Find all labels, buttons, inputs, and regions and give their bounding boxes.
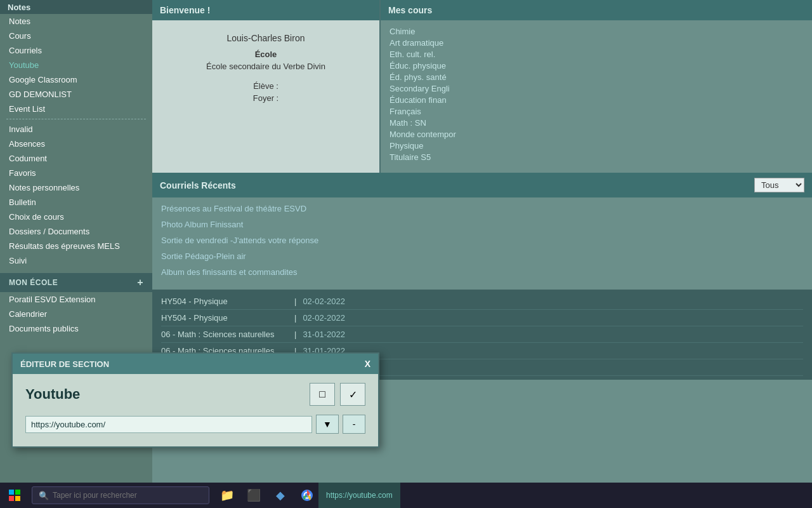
cours-secondary-engli[interactable]: Secondary Engli <box>390 84 803 93</box>
cours-education-finan[interactable]: Éducation finan <box>390 95 803 105</box>
courriel-2[interactable]: Sortie de vendredi -J'attends votre répo… <box>161 236 803 245</box>
editeur-section-modal: ÉDITEUR DE SECTION X Youtube □ ✓ ▼ - <box>11 352 379 448</box>
svg-rect-0 <box>9 490 14 495</box>
sidebar-item-youtube[interactable]: Youtube <box>0 58 152 72</box>
taskbar-vscode-icon[interactable]: ◆ <box>269 483 292 508</box>
cours-educ-physique[interactable]: Éduc. physique <box>390 61 803 70</box>
svg-rect-3 <box>15 496 20 501</box>
table-row: 06 - Math : Sciences naturelles | 31-01-… <box>161 326 803 343</box>
modal-title: ÉDITEUR DE SECTION <box>20 359 109 369</box>
cours-eth-cult[interactable]: Eth. cult. rel. <box>390 50 803 59</box>
cours-monde-contempor[interactable]: Monde contempor <box>390 130 803 139</box>
sidebar-item-dossiers[interactable]: Dossiers / Documents <box>0 224 152 239</box>
sidebar-item-courriels[interactable]: Courriels <box>0 43 152 58</box>
search-icon: 🔍 <box>39 491 49 500</box>
sidebar-item-notes[interactable]: Notes <box>0 14 152 29</box>
courriel-0[interactable]: Présences au Festival de théâtre ESVD <box>161 204 803 213</box>
svg-rect-1 <box>15 490 20 495</box>
courriel-1[interactable]: Photo Album Finissant <box>161 220 803 229</box>
taskbar-search-bar[interactable]: 🔍 <box>32 486 209 504</box>
cours-chimie[interactable]: Chimie <box>390 27 803 36</box>
sidebar-item-favoris[interactable]: Favoris <box>0 166 152 180</box>
sidebar-item-google-classroom[interactable]: Google Classroom <box>0 72 152 87</box>
school-label: École <box>162 50 369 59</box>
start-button[interactable] <box>0 483 29 508</box>
cours-francais[interactable]: Français <box>390 107 803 116</box>
modal-header: ÉDITEUR DE SECTION X <box>13 354 378 374</box>
school-name: École secondaire du Verbe Divin <box>162 62 369 71</box>
courriels-header: Courriels Récents Tous Non lus Lus <box>152 173 812 197</box>
svg-rect-2 <box>9 496 14 501</box>
sidebar-item-calendrier[interactable]: Calendrier <box>0 307 152 321</box>
sidebar-item-bulletin[interactable]: Bulletin <box>0 195 152 210</box>
bienvenue-header: Bienvenue ! <box>152 0 379 20</box>
mon-ecole-add-button[interactable]: + <box>137 277 143 288</box>
eleve-line: Élève : <box>162 81 369 91</box>
modal-dropdown-button[interactable]: ▼ <box>316 415 339 434</box>
sidebar-item-absences[interactable]: Absences <box>0 137 152 151</box>
mes-cours-section: Mes cours Chimie Art dramatique Eth. cul… <box>381 0 812 173</box>
bienvenue-body: Louis-Charles Biron École École secondai… <box>152 20 379 173</box>
courriel-3[interactable]: Sortie Pédago-Plein air <box>161 251 803 261</box>
sidebar-item-codument[interactable]: Codument <box>0 151 152 166</box>
youtube-label: Youtube <box>25 386 304 403</box>
sidebar-item-notes-personnelles[interactable]: Notes personnelles <box>0 180 152 195</box>
modal-close-button[interactable]: X <box>365 359 370 369</box>
foyer-line: Foyer : <box>162 93 369 103</box>
modal-icon1-button[interactable]: □ <box>310 383 335 406</box>
notes-topbar: Notes <box>0 0 152 14</box>
modal-row1: Youtube □ ✓ <box>25 383 365 406</box>
sidebar-item-resultats[interactable]: Résultats des épreuves MELS <box>0 239 152 253</box>
modal-url-input[interactable] <box>25 416 312 433</box>
cours-titulaire[interactable]: Titulaire S5 <box>390 152 803 162</box>
sidebar-item-suivi[interactable]: Suivi <box>0 253 152 268</box>
sidebar-item-choix-cours[interactable]: Choix de cours <box>0 210 152 224</box>
table-row: HY504 - Physique | 02-02-2022 <box>161 310 803 326</box>
mon-ecole-header: MON ÉCOLE + <box>0 273 152 292</box>
courriels-section: Courriels Récents Tous Non lus Lus Prése… <box>152 173 812 290</box>
sidebar-item-documents-publics[interactable]: Documents publics <box>0 321 152 336</box>
taskbar-files-icon[interactable]: 📁 <box>216 483 239 508</box>
top-row: Bienvenue ! Louis-Charles Biron École Éc… <box>152 0 812 173</box>
mes-cours-header: Mes cours <box>381 0 812 20</box>
taskbar-chrome-icon[interactable] <box>296 483 318 508</box>
sidebar-item-cours[interactable]: Cours <box>0 29 152 43</box>
table-row: HY504 - Physique | 02-02-2022 <box>161 293 803 310</box>
courriels-body: Présences au Festival de théâtre ESVD Ph… <box>152 197 812 290</box>
sidebar-item-gd-demonlist[interactable]: GD DEMONLIST <box>0 87 152 102</box>
courriels-filter[interactable]: Tous Non lus Lus <box>754 178 804 192</box>
courriel-4[interactable]: Album des finissants et commandites <box>161 267 803 277</box>
cours-physique[interactable]: Physique <box>390 141 803 150</box>
sidebar-item-invalid[interactable]: Invalid <box>0 122 152 137</box>
taskbar-search-input[interactable] <box>53 491 202 500</box>
cours-ed-phys-sante[interactable]: Éd. phys. santé <box>390 72 803 82</box>
url-hint-bar: https://youtube.com <box>318 483 400 508</box>
modal-confirm-button[interactable]: ✓ <box>340 383 365 406</box>
bienvenue-section: Bienvenue ! Louis-Charles Biron École Éc… <box>152 0 381 173</box>
divider <box>6 119 146 119</box>
taskbar: 🔍 📁 ⬛ ◆ https://youtube.com <box>0 483 812 508</box>
mes-cours-body: Chimie Art dramatique Eth. cult. rel. Éd… <box>381 20 812 173</box>
modal-row2: ▼ - <box>25 415 365 434</box>
cours-math-sn[interactable]: Math : SN <box>390 118 803 128</box>
student-name: Louis-Charles Biron <box>162 33 369 43</box>
sidebar-item-poratil[interactable]: Poratil ESVD Extension <box>0 292 152 307</box>
sidebar-item-event-list[interactable]: Event List <box>0 102 152 116</box>
modal-minus-button[interactable]: - <box>343 415 365 434</box>
taskbar-terminal-icon[interactable]: ⬛ <box>242 483 265 508</box>
taskbar-task-icons: 📁 ⬛ ◆ <box>216 483 318 508</box>
cours-art-dramatique[interactable]: Art dramatique <box>390 38 803 48</box>
modal-body: Youtube □ ✓ ▼ - <box>13 374 378 446</box>
